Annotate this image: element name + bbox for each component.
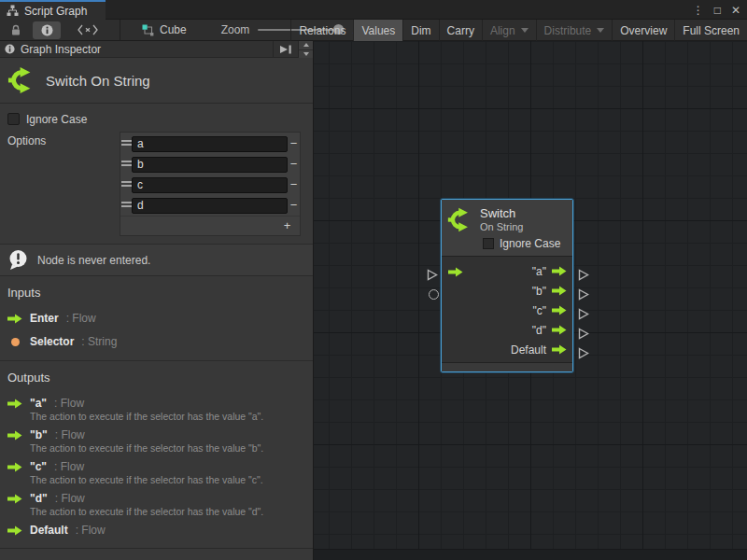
- option-row: −: [120, 175, 300, 195]
- flow-arrow-icon: [7, 525, 22, 536]
- node-header[interactable]: Switch On String Ignore Case: [442, 200, 572, 256]
- port-type: : Flow: [55, 492, 85, 505]
- align-dropdown[interactable]: Align: [482, 20, 536, 41]
- flow-arrow-icon: [7, 494, 22, 504]
- port-type: : Flow: [54, 460, 84, 473]
- graph-toolbar: Cube Zoom 1x Relations Values Dim Carry …: [0, 20, 747, 41]
- warning-box: Node is never entered.: [0, 244, 313, 276]
- option-input[interactable]: [132, 198, 288, 214]
- output-c-connection-handle[interactable]: [578, 308, 589, 320]
- port-name: "a": [30, 397, 47, 410]
- flow-arrow-icon: [552, 266, 567, 276]
- window-close-icon[interactable]: ✕: [731, 5, 740, 16]
- flow-arrow-icon: [552, 325, 567, 335]
- panel-scroll-buttons: [298, 41, 313, 58]
- values-button[interactable]: Values: [353, 20, 402, 41]
- add-option-button[interactable]: +: [275, 217, 300, 235]
- output-port-a: "a" : Flow The action to execute if the …: [7, 397, 305, 422]
- graph-canvas[interactable]: Switch On String Ignore Case "a" "b": [314, 41, 747, 560]
- flow-arrow-icon: [448, 267, 463, 277]
- output-b-connection-handle[interactable]: [578, 288, 589, 301]
- section-divider: [0, 548, 313, 549]
- flow-arrow-icon: [7, 314, 22, 324]
- ignore-case-checkbox[interactable]: [7, 113, 20, 125]
- lock-icon: [10, 24, 21, 35]
- remove-option-button[interactable]: −: [288, 175, 300, 194]
- port-label: "b": [532, 285, 546, 298]
- option-input[interactable]: [132, 177, 288, 193]
- dock-panel-button[interactable]: [273, 41, 298, 58]
- remove-option-button[interactable]: −: [288, 155, 300, 174]
- port-label: "a": [532, 265, 546, 278]
- relations-button[interactable]: Relations: [290, 20, 353, 41]
- ignore-case-label: Ignore Case: [26, 113, 87, 126]
- output-a-connection-handle[interactable]: [578, 269, 589, 281]
- output-port-c: "c" : Flow The action to execute if the …: [7, 460, 305, 485]
- output-d-connection-handle[interactable]: [578, 328, 589, 340]
- window-maximize-icon[interactable]: □: [714, 5, 721, 16]
- inputs-section: Inputs Enter : Flow Selector : String: [0, 276, 313, 360]
- options-row: Options − − −: [7, 132, 302, 236]
- carry-button[interactable]: Carry: [439, 20, 482, 41]
- input-port-enter: Enter : Flow: [7, 312, 305, 325]
- output-port-b[interactable]: "b": [532, 281, 567, 301]
- output-port-d[interactable]: "d": [532, 320, 567, 340]
- toolbar-toggle-group: Relations Values Dim Carry Align Distrib…: [290, 20, 747, 41]
- node-title-block: Switch On String: [0, 58, 313, 104]
- relations-label: Relations: [299, 24, 345, 37]
- port-name: Default: [30, 524, 68, 537]
- graph-inspector-panel: Graph Inspector Switch On String: [0, 41, 314, 560]
- inspector-toggle-button[interactable]: [33, 21, 61, 39]
- full-screen-button[interactable]: Full Screen: [674, 20, 747, 41]
- node-footer: [442, 362, 572, 371]
- output-default-connection-handle[interactable]: [578, 347, 589, 359]
- output-port-default[interactable]: Default: [511, 340, 567, 359]
- warning-bubble-icon: [7, 249, 29, 271]
- remove-option-button[interactable]: −: [288, 134, 300, 153]
- node-properties: Ignore Case Options − − −: [0, 104, 313, 244]
- window-menu-icon[interactable]: ⋮: [693, 5, 704, 16]
- graph-inspector-title: Graph Inspector: [21, 43, 101, 56]
- flow-arrow-icon: [7, 462, 22, 472]
- flow-arrow-icon: [7, 430, 22, 441]
- output-port-c[interactable]: "c": [532, 301, 567, 320]
- graph-pointer-label[interactable]: Cube: [160, 23, 187, 36]
- port-type: : Flow: [55, 428, 85, 441]
- enter-connection-handle[interactable]: [427, 269, 438, 281]
- node-ignore-case-checkbox[interactable]: [483, 238, 494, 249]
- option-row: −: [120, 133, 300, 154]
- output-port-default: Default : Flow: [7, 524, 305, 537]
- port-type: : Flow: [76, 524, 106, 537]
- enter-port[interactable]: [448, 267, 463, 277]
- tab-script-graph[interactable]: Script Graph: [0, 0, 106, 20]
- distribute-dropdown[interactable]: Distribute: [536, 20, 613, 41]
- inspector-header-controls: [273, 41, 313, 58]
- chevron-down-icon: [521, 28, 529, 33]
- inspector-node-title: Switch On String: [46, 73, 150, 89]
- switch-on-string-node[interactable]: Switch On String Ignore Case "a" "b": [441, 199, 573, 372]
- code-preview-button[interactable]: [64, 21, 111, 39]
- graph-pointer-icon: [142, 24, 154, 36]
- option-row: −: [120, 195, 300, 216]
- lock-button[interactable]: [2, 21, 30, 39]
- selector-connection-handle[interactable]: [429, 289, 439, 300]
- scroll-down-button[interactable]: [299, 49, 313, 58]
- overview-button[interactable]: Overview: [612, 20, 674, 41]
- graph-inspector-header: Graph Inspector: [0, 41, 313, 58]
- node-body: "a" "b" "c" "d" Default: [442, 256, 572, 362]
- zoom-label: Zoom: [221, 23, 250, 36]
- remove-option-button[interactable]: −: [288, 196, 300, 215]
- scroll-up-button[interactable]: [299, 41, 313, 49]
- option-input[interactable]: [132, 136, 288, 152]
- option-input[interactable]: [132, 157, 288, 173]
- info-icon: [5, 44, 15, 54]
- canvas-bottom-strip: [314, 549, 747, 560]
- dim-button[interactable]: Dim: [402, 20, 438, 41]
- chevron-down-icon: [597, 28, 604, 33]
- flow-arrow-icon: [552, 305, 567, 315]
- options-list: − − − − +: [120, 132, 301, 236]
- output-port-a[interactable]: "a": [532, 261, 567, 281]
- triangle-down-icon: [303, 52, 309, 56]
- port-type: : Flow: [54, 397, 84, 410]
- values-label: Values: [361, 24, 395, 37]
